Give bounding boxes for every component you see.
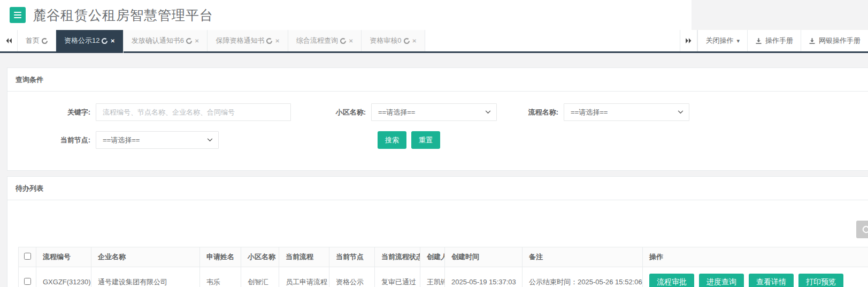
row-select-cell — [19, 267, 36, 287]
community-label: 小区名称: — [291, 108, 371, 117]
tab-refresh-icon[interactable] — [340, 38, 346, 44]
tab-close-icon[interactable]: ✕ — [275, 38, 279, 44]
caret-down-icon: ▾ — [736, 37, 740, 44]
query-form: 关键字: 小区名称: ==请选择== 流程名称: ==请选择== 当前节点: =… — [7, 92, 868, 170]
community-select[interactable]: ==请选择== — [371, 103, 497, 121]
column-header: 当前流程状态 — [375, 247, 420, 267]
cell-remark: 公示结束时间：2025-05-26 15:52:06 — [523, 267, 643, 287]
current-node-select[interactable]: ==请选择== — [96, 131, 219, 149]
page: 麓谷租赁公租房智慧管理平台 首页资格公示12✕发放确认通知书6✕保障资格通知书✕… — [0, 0, 868, 287]
tab-item-3[interactable]: 保障资格通知书✕ — [208, 30, 288, 51]
tabbar-spacer — [425, 30, 680, 51]
tab-item-5[interactable]: 资格审核0✕ — [362, 30, 425, 51]
column-header: 创建人 — [420, 247, 445, 267]
cell-applicant: 韦乐 — [200, 267, 241, 287]
cell-current-node: 资格公示 — [329, 267, 375, 287]
menu-hamburger-button[interactable] — [10, 7, 26, 23]
tab-item-1[interactable]: 资格公示12✕ — [56, 30, 124, 53]
double-chevron-right-icon — [685, 37, 692, 44]
column-header: 申请姓名 — [200, 247, 241, 267]
tab-close-icon[interactable]: ✕ — [195, 38, 199, 44]
close-operations-button[interactable]: 关闭操作 ▾ — [697, 30, 747, 51]
tab-label: 首页 — [26, 36, 40, 46]
query-panel-title: 查询条件 — [7, 68, 868, 92]
column-header: 当前流程 — [279, 247, 329, 267]
table-body: GXGZF(31230)通号建设集团有限公司韦乐创智汇员工申请流程资格公示复审已… — [19, 267, 868, 287]
current-node-select-value: ==请选择== — [103, 135, 140, 145]
cell-process-status: 复审已通过 — [375, 267, 420, 287]
column-header: 备注 — [523, 247, 643, 267]
keyword-input[interactable] — [96, 103, 291, 121]
cell-community: 创智汇 — [241, 267, 279, 287]
column-header: 创建时间 — [445, 247, 523, 267]
table-row: GXGZF(31230)通号建设集团有限公司韦乐创智汇员工申请流程资格公示复审已… — [19, 267, 868, 287]
query-form-row-1: 关键字: 小区名称: ==请选择== 流程名称: ==请选择== — [16, 103, 860, 121]
cell-current-process: 员工申请流程 — [279, 267, 329, 287]
app-header: 麓谷租赁公租房智慧管理平台 — [0, 0, 868, 30]
column-header: 流程编号 — [36, 247, 91, 267]
todo-panel-title: 待办列表 — [7, 177, 868, 200]
download-icon — [755, 37, 762, 44]
action-button[interactable]: 查看详情 — [749, 274, 794, 287]
cell-process-no: GXGZF(31230) — [36, 267, 91, 287]
hamburger-icon — [14, 12, 21, 13]
action-button[interactable]: 进度查询 — [699, 274, 744, 287]
cell-company: 通号建设集团有限公司 — [91, 267, 200, 287]
tab-item-4[interactable]: 综合流程查询✕ — [288, 30, 362, 51]
process-name-select-value: ==请选择== — [571, 108, 608, 117]
cell-creator: 王凯锋 — [420, 267, 445, 287]
tab-label: 综合流程查询 — [296, 36, 338, 46]
tab-refresh-icon[interactable] — [404, 38, 410, 44]
scroll-tabs-right-button[interactable] — [680, 30, 697, 51]
scroll-tabs-left-button[interactable] — [0, 30, 18, 51]
process-name-label: 流程名称: — [497, 108, 564, 117]
tab-close-icon[interactable]: ✕ — [412, 38, 417, 44]
tab-refresh-icon[interactable] — [102, 38, 107, 44]
tab-label: 资格公示12 — [64, 36, 99, 46]
refresh-icon — [266, 38, 272, 44]
refresh-icon — [186, 38, 192, 44]
todo-table: 流程编号企业名称申请姓名小区名称当前流程当前节点当前流程状态创建人创建时间备注操… — [18, 247, 868, 287]
tab-home[interactable]: 首页 — [18, 30, 56, 51]
tabbar-right-controls: 关闭操作 ▾ 操作手册 网银操作手册 — [680, 30, 868, 51]
cell-created-at: 2025-05-19 15:37:03 — [445, 267, 523, 287]
table-header-row: 流程编号企业名称申请姓名小区名称当前流程当前节点当前流程状态创建人创建时间备注操… — [19, 247, 868, 267]
chevron-down-icon — [207, 138, 213, 142]
ebank-manual-label: 网银操作手册 — [819, 36, 861, 46]
tab-item-2[interactable]: 发放确认通知书6✕ — [124, 30, 208, 51]
tab-bar: 首页资格公示12✕发放确认通知书6✕保障资格通知书✕综合流程查询✕资格审核0✕ … — [0, 30, 868, 53]
page-title: 麓谷租赁公租房智慧管理平台 — [33, 6, 213, 24]
current-node-label: 当前节点: — [16, 135, 96, 145]
chevron-down-icon — [678, 110, 683, 114]
action-button[interactable]: 流程审批 — [649, 274, 694, 287]
tab-refresh-icon[interactable] — [186, 38, 192, 44]
reset-button[interactable]: 重置 — [411, 131, 440, 149]
double-chevron-left-icon — [5, 37, 12, 44]
column-header: 小区名称 — [241, 247, 279, 267]
download-icon — [809, 37, 816, 44]
process-name-select[interactable]: ==请选择== — [564, 103, 689, 121]
refresh-icon — [42, 38, 48, 44]
keyword-label: 关键字: — [16, 108, 96, 117]
search-button[interactable]: 搜索 — [378, 131, 406, 149]
tab-label: 发放确认通知书6 — [132, 36, 184, 46]
todo-panel: 待办列表 流程编号企业名称申请姓名小区名称当前流程当前节点当前流 — [7, 176, 868, 287]
table-refresh-button[interactable] — [856, 221, 868, 238]
column-header: 当前节点 — [329, 247, 375, 267]
refresh-icon — [862, 225, 868, 234]
manual-download-button[interactable]: 操作手册 — [747, 30, 801, 51]
header-right-area — [692, 0, 868, 30]
todo-panel-body: 流程编号企业名称申请姓名小区名称当前流程当前节点当前流程状态创建人创建时间备注操… — [7, 200, 868, 287]
row-checkbox[interactable] — [24, 278, 31, 285]
close-operations-label: 关闭操作 — [705, 36, 733, 46]
ebank-manual-download-button[interactable]: 网银操作手册 — [801, 30, 868, 51]
tab-refresh-icon[interactable] — [42, 38, 48, 44]
select-all-checkbox[interactable] — [24, 253, 31, 260]
action-button[interactable]: 打印预览 — [798, 274, 843, 287]
community-select-value: ==请选择== — [378, 108, 415, 117]
tab-close-icon[interactable]: ✕ — [110, 38, 114, 44]
column-header: 操作 — [643, 247, 868, 267]
tab-refresh-icon[interactable] — [266, 38, 272, 44]
select-all-header-cell — [19, 247, 36, 267]
tab-close-icon[interactable]: ✕ — [349, 38, 353, 44]
